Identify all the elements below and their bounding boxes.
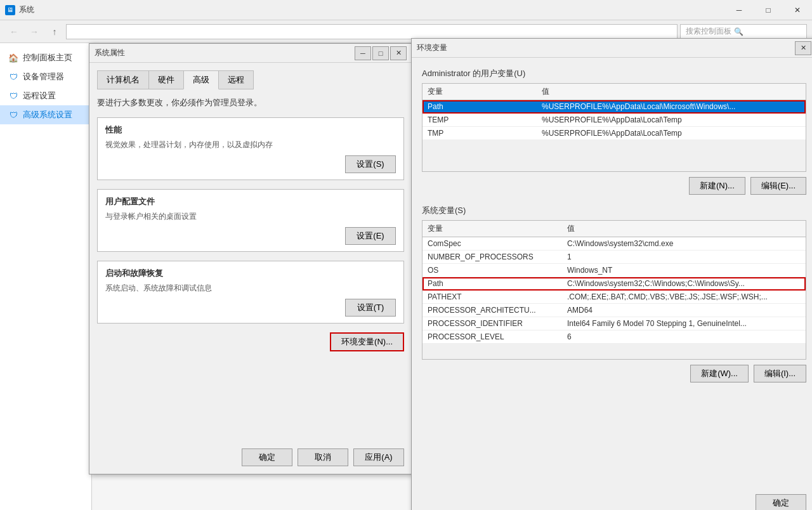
- user-profiles-section: 用户配置文件 与登录帐户相关的桌面设置 设置(E): [97, 189, 404, 252]
- sysprop-apply-btn[interactable]: 应用(A): [353, 448, 404, 466]
- user-var-col-var: 变量: [422, 84, 537, 100]
- sys-var-col-var: 变量: [422, 221, 562, 237]
- titlebar-title: 系统: [19, 4, 34, 15]
- startup-title: 启动和故障恢复: [105, 268, 396, 279]
- sysprop-tabs: 计算机名 硬件 高级 远程: [97, 70, 404, 89]
- sys-var-row[interactable]: ComSpecC:\Windows\system32\cmd.exe: [422, 237, 806, 251]
- back-button[interactable]: ←: [5, 23, 23, 41]
- sysprop-cancel-btn[interactable]: 取消: [298, 448, 348, 466]
- sidebar-item-home[interactable]: 🏠 控制面板主页: [0, 48, 91, 67]
- env-close[interactable]: ✕: [795, 41, 811, 55]
- sysprop-dialog: 系统属性 ─ □ ✕ 计算机名 硬件 高级 远程 要进行大多数更改，你必须作为管…: [89, 43, 412, 474]
- sidebar: 🏠 控制面板主页 🛡 设备管理器 🛡 远程设置 🛡 高级系统设置: [0, 43, 92, 510]
- sys-vars-btn-row: 新建(W)... 编辑(I)...: [422, 365, 806, 383]
- sidebar-item-remote-label: 远程设置: [23, 90, 56, 101]
- home-icon: 🏠: [8, 52, 19, 63]
- sidebar-item-device-manager[interactable]: 🛡 设备管理器: [0, 67, 91, 86]
- user-var-row[interactable]: TEMP%USERPROFILE%\AppData\Local\Temp: [422, 114, 806, 127]
- sysprop-footer: 确定 取消 应用(A): [242, 448, 404, 466]
- forward-button[interactable]: →: [25, 23, 43, 41]
- sys-var-row[interactable]: NUMBER_OF_PROCESSORS1: [422, 251, 806, 264]
- performance-title: 性能: [105, 124, 396, 136]
- sys-var-col-val: 值: [562, 221, 806, 237]
- env-ok-btn[interactable]: 确定: [756, 494, 806, 510]
- sys-vars-section: 系统变量(S) 变量 值 ComSpecC:\Windows\system32\…: [422, 205, 806, 383]
- sys-var-row[interactable]: PROCESSOR_LEVEL6: [422, 330, 806, 344]
- user-profiles-title: 用户配置文件: [105, 196, 396, 207]
- warning-text: 要进行大多数更改，你必须作为管理员登录。: [97, 97, 404, 108]
- sidebar-item-remote[interactable]: 🛡 远程设置: [0, 86, 91, 105]
- startup-section: 启动和故障恢复 系统启动、系统故障和调试信息 设置(T): [97, 261, 404, 324]
- sysprop-minimize[interactable]: ─: [355, 46, 371, 60]
- sysprop-ok-btn[interactable]: 确定: [242, 448, 292, 466]
- performance-section: 性能 视觉效果，处理器计划，内存使用，以及虚拟内存 设置(S): [97, 117, 404, 180]
- user-profiles-desc: 与登录帐户相关的桌面设置: [105, 211, 396, 222]
- address-bar[interactable]: [66, 24, 678, 39]
- user-vars-btn-row: 新建(N)... 编辑(E)...: [422, 177, 806, 195]
- env-dialog: 环境变量 ✕ Administrator 的用户变量(U) 变量 值 Path%…: [411, 38, 812, 510]
- remote-icon: 🛡: [8, 90, 19, 101]
- sys-vars-table-container[interactable]: 变量 值 ComSpecC:\Windows\system32\cmd.exeN…: [422, 220, 806, 360]
- startup-desc: 系统启动、系统故障和调试信息: [105, 283, 396, 294]
- titlebar: 🖥 系统 ─ □ ✕: [0, 0, 812, 20]
- user-vars-new-btn[interactable]: 新建(N)...: [689, 177, 745, 195]
- sysprop-maximize[interactable]: □: [372, 46, 389, 60]
- sys-var-row[interactable]: OSWindows_NT: [422, 264, 806, 277]
- sidebar-item-home-label: 控制面板主页: [23, 52, 72, 63]
- device-manager-icon: 🛡: [8, 71, 19, 82]
- sys-vars-edit-btn[interactable]: 编辑(I)...: [754, 365, 806, 383]
- maximize-button[interactable]: □: [754, 0, 783, 20]
- tab-computer-name[interactable]: 计算机名: [97, 70, 149, 89]
- user-vars-section: Administrator 的用户变量(U) 变量 值 Path%USERPRO…: [422, 68, 806, 195]
- search-icon: 🔍: [734, 27, 743, 36]
- env-footer: 确定: [756, 494, 806, 510]
- sys-var-row[interactable]: PROCESSOR_ARCHITECTU...AMD64: [422, 304, 806, 317]
- sysprop-content: 计算机名 硬件 高级 远程 要进行大多数更改，你必须作为管理员登录。 性能 视觉…: [89, 63, 412, 368]
- user-vars-table: 变量 值 Path%USERPROFILE%\AppData\Local\Mic…: [422, 84, 806, 140]
- env-titlebar: 环境变量 ✕: [412, 39, 812, 58]
- minimize-button[interactable]: ─: [724, 0, 754, 20]
- performance-desc: 视觉效果，处理器计划，内存使用，以及虚拟内存: [105, 140, 396, 150]
- close-button[interactable]: ✕: [783, 0, 812, 20]
- sys-vars-new-btn[interactable]: 新建(W)...: [690, 365, 749, 383]
- search-placeholder: 搜索控制面板: [686, 26, 731, 37]
- advanced-icon: 🛡: [8, 109, 19, 121]
- user-var-row[interactable]: Path%USERPROFILE%\AppData\Local\Microsof…: [422, 100, 806, 114]
- performance-settings-btn[interactable]: 设置(S): [345, 155, 396, 173]
- sysprop-titlebar: 系统属性 ─ □ ✕: [89, 44, 412, 63]
- env-variables-btn[interactable]: 环境变量(N)...: [330, 332, 404, 351]
- user-var-row[interactable]: TMP%USERPROFILE%\AppData\Local\Temp: [422, 127, 806, 140]
- user-profiles-settings-btn[interactable]: 设置(E): [345, 227, 396, 245]
- user-vars-edit-btn[interactable]: 编辑(E)...: [750, 177, 806, 195]
- search-bar[interactable]: 搜索控制面板 🔍: [680, 24, 807, 39]
- sidebar-item-advanced[interactable]: 🛡 高级系统设置: [0, 105, 91, 124]
- tab-advanced[interactable]: 高级: [183, 70, 219, 89]
- up-button[interactable]: ↑: [46, 23, 63, 41]
- tab-hardware[interactable]: 硬件: [148, 70, 184, 89]
- startup-settings-btn[interactable]: 设置(T): [345, 299, 396, 317]
- sys-var-row[interactable]: PROCESSOR_IDENTIFIERIntel64 Family 6 Mod…: [422, 317, 806, 330]
- user-vars-title: Administrator 的用户变量(U): [422, 68, 806, 79]
- sys-vars-table: 变量 值 ComSpecC:\Windows\system32\cmd.exeN…: [422, 221, 806, 344]
- user-var-col-val: 值: [537, 84, 806, 100]
- titlebar-controls: ─ □ ✕: [724, 0, 812, 20]
- tab-remote[interactable]: 远程: [218, 70, 254, 89]
- sidebar-item-advanced-label: 高级系统设置: [23, 109, 72, 121]
- sys-var-row[interactable]: PATHEXT.COM;.EXE;.BAT;.CMD;.VBS;.VBE;.JS…: [422, 291, 806, 304]
- env-content: Administrator 的用户变量(U) 变量 值 Path%USERPRO…: [412, 58, 812, 403]
- sysprop-close[interactable]: ✕: [390, 46, 407, 60]
- env-controls: ✕: [795, 41, 811, 55]
- sysprop-title: 系统属性: [95, 48, 125, 58]
- sidebar-item-device-label: 设备管理器: [23, 71, 64, 82]
- env-title: 环境变量: [417, 43, 447, 53]
- sys-vars-title: 系统变量(S): [422, 205, 806, 216]
- sys-var-row[interactable]: PathC:\Windows\system32;C:\Windows;C:\Wi…: [422, 277, 806, 291]
- user-vars-table-container[interactable]: 变量 值 Path%USERPROFILE%\AppData\Local\Mic…: [422, 83, 806, 172]
- sysprop-controls: ─ □ ✕: [355, 46, 407, 60]
- titlebar-icon: 🖥: [5, 5, 15, 15]
